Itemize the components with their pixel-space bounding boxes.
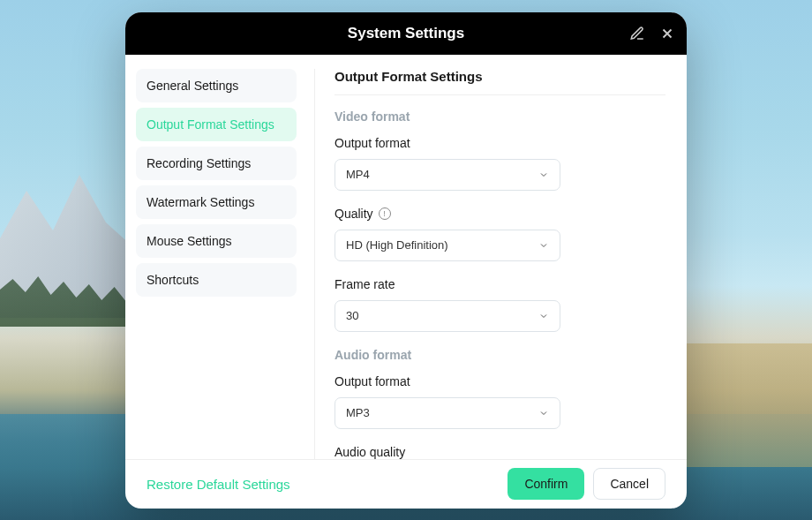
panel-title: Output Format Settings xyxy=(335,69,665,95)
close-icon[interactable] xyxy=(658,25,676,42)
sidebar-item-label: Output Format Settings xyxy=(147,117,274,132)
restore-defaults-link[interactable]: Restore Default Settings xyxy=(147,477,290,492)
field-label: Quality ! xyxy=(335,207,665,221)
sidebar-item-general[interactable]: General Settings xyxy=(136,69,297,102)
select-frame-rate[interactable]: 30 xyxy=(335,300,560,332)
label-text: Audio quality xyxy=(335,445,405,459)
settings-panel: Output Format Settings Video format Outp… xyxy=(314,69,665,459)
sidebar-item-shortcuts[interactable]: Shortcuts xyxy=(136,263,297,297)
sidebar-item-mouse[interactable]: Mouse Settings xyxy=(136,224,297,258)
chevron-down-icon xyxy=(538,408,549,418)
button-label: Cancel xyxy=(610,477,649,491)
chevron-down-icon xyxy=(538,240,549,251)
field-frame-rate: Frame rate 30 xyxy=(335,277,665,332)
titlebar: System Settings xyxy=(125,12,687,55)
sidebar-item-label: Watermark Settings xyxy=(147,195,254,209)
chevron-down-icon xyxy=(538,170,549,180)
label-text: Quality xyxy=(335,207,373,221)
section-heading-video: Video format xyxy=(335,109,665,124)
info-icon[interactable]: ! xyxy=(379,207,391,220)
button-label: Confirm xyxy=(524,477,568,491)
select-value: 30 xyxy=(346,309,358,322)
label-text: Output format xyxy=(335,136,410,150)
edit-icon[interactable] xyxy=(628,25,646,42)
field-video-quality: Quality ! HD (High Definition) xyxy=(335,207,665,261)
sidebar-item-watermark[interactable]: Watermark Settings xyxy=(136,185,297,219)
sidebar-item-label: Recording Settings xyxy=(147,156,251,170)
select-value: MP3 xyxy=(346,406,370,419)
field-label: Audio quality xyxy=(335,445,665,459)
chevron-down-icon xyxy=(538,311,549,321)
field-audio-output-format: Output format MP3 xyxy=(335,374,665,429)
field-label: Output format xyxy=(335,374,665,388)
sidebar-item-recording[interactable]: Recording Settings xyxy=(136,147,297,180)
desktop-background: System Settings General Settings xyxy=(0,0,812,520)
footer-buttons: Confirm Cancel xyxy=(508,468,665,500)
cancel-button[interactable]: Cancel xyxy=(593,468,665,500)
section-heading-audio: Audio format xyxy=(335,348,665,362)
label-text: Output format xyxy=(335,374,410,388)
settings-modal: System Settings General Settings xyxy=(125,12,687,509)
confirm-button[interactable]: Confirm xyxy=(508,468,584,500)
modal-footer: Restore Default Settings Confirm Cancel xyxy=(125,459,687,509)
select-audio-output-format[interactable]: MP3 xyxy=(335,397,560,429)
field-audio-quality: Audio quality 44.1kHz,Stereo xyxy=(335,445,665,459)
label-text: Frame rate xyxy=(335,277,395,291)
titlebar-actions xyxy=(628,12,676,55)
sidebar: General Settings Output Format Settings … xyxy=(136,69,297,459)
field-video-output-format: Output format MP4 xyxy=(335,136,665,191)
sidebar-item-output-format[interactable]: Output Format Settings xyxy=(136,108,297,141)
modal-body: General Settings Output Format Settings … xyxy=(125,55,687,459)
field-label: Frame rate xyxy=(335,277,665,291)
window-title: System Settings xyxy=(348,25,464,42)
sidebar-item-label: Shortcuts xyxy=(147,273,199,287)
select-value: MP4 xyxy=(346,168,370,181)
select-video-output-format[interactable]: MP4 xyxy=(335,159,560,191)
field-label: Output format xyxy=(335,136,665,150)
select-value: HD (High Definition) xyxy=(346,238,448,252)
sidebar-item-label: Mouse Settings xyxy=(147,234,232,248)
sidebar-item-label: General Settings xyxy=(147,79,238,93)
select-video-quality[interactable]: HD (High Definition) xyxy=(335,230,560,261)
